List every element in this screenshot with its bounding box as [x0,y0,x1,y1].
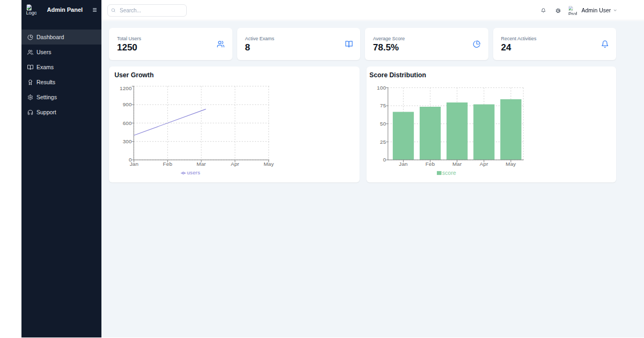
svg-text:Apr: Apr [231,161,239,167]
svg-text:May: May [506,161,516,167]
svg-text:Jan: Jan [399,161,407,167]
svg-text:300: 300 [123,138,132,144]
svg-text:users: users [187,170,200,175]
svg-text:Jan: Jan [130,161,138,167]
svg-text:50: 50 [380,121,386,127]
svg-text:Mar: Mar [452,161,462,167]
svg-text:Feb: Feb [163,161,173,167]
svg-text:900: 900 [123,101,132,107]
svg-text:75: 75 [380,102,386,108]
svg-text:Feb: Feb [426,161,435,167]
svg-text:0: 0 [383,157,386,163]
svg-text:May: May [264,161,274,167]
svg-text:100: 100 [377,85,386,91]
svg-text:600: 600 [123,120,132,126]
svg-text:1200: 1200 [120,85,132,91]
svg-text:Mar: Mar [196,161,206,167]
svg-text:Apr: Apr [480,161,488,167]
svg-text:25: 25 [380,139,386,145]
svg-text:score: score [442,170,456,176]
